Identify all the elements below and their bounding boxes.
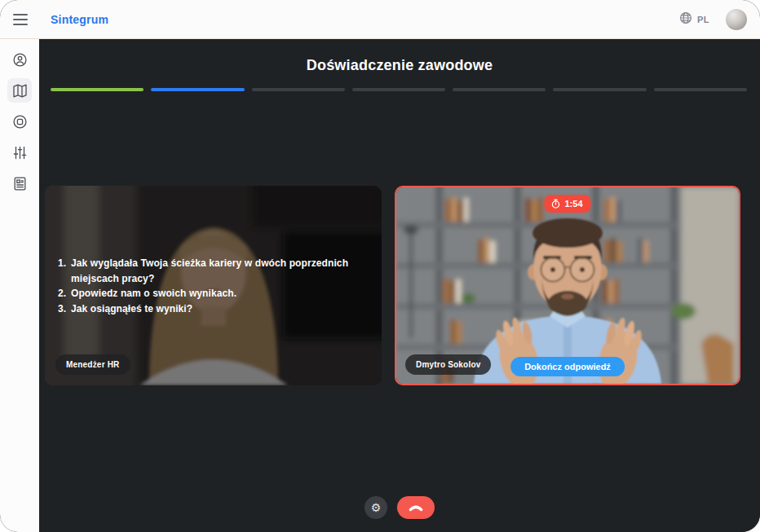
timer-value: 1:54 bbox=[564, 199, 582, 209]
sidebar-item-settings-filters[interactable] bbox=[7, 140, 32, 165]
top-bar-right: PL bbox=[679, 9, 747, 30]
document-icon bbox=[12, 176, 28, 191]
sidebar-item-profile[interactable] bbox=[7, 47, 32, 72]
phone-hangup-icon bbox=[408, 503, 424, 512]
progress-segment bbox=[352, 88, 445, 91]
question-text: Jak osiągnąłeś te wyniki? bbox=[71, 301, 192, 317]
language-label: PL bbox=[697, 15, 709, 24]
progress-segment bbox=[453, 88, 546, 91]
finish-answer-button[interactable]: Dokończ odpowiedź bbox=[510, 357, 625, 376]
main-content: Doświadczenie zawodowe bbox=[39, 39, 760, 532]
page-title: Doświadczenie zawodowe bbox=[39, 57, 760, 74]
interviewer-role-badge: Menedżer HR bbox=[55, 354, 130, 375]
globe-icon bbox=[679, 11, 692, 28]
question-number: 2. bbox=[58, 286, 71, 301]
progress-segment-completed bbox=[51, 88, 144, 91]
settings-button[interactable]: ⚙ bbox=[365, 496, 387, 519]
record-icon bbox=[12, 114, 28, 130]
top-bar: Sintegrum PL bbox=[0, 0, 760, 39]
sidebar-item-interview-map[interactable] bbox=[7, 78, 32, 103]
sliders-icon bbox=[12, 145, 28, 160]
question-text: Opowiedz nam o swoich wynikach. bbox=[71, 286, 236, 301]
video-panels: 1. Jak wyglądała Twoja ścieżka kariery w… bbox=[45, 186, 740, 385]
question-list: 1. Jak wyglądała Twoja ścieżka kariery w… bbox=[58, 256, 364, 316]
sidebar bbox=[0, 39, 39, 532]
progress-segment bbox=[553, 88, 646, 91]
progress-segment bbox=[252, 88, 345, 91]
call-controls: ⚙ bbox=[39, 496, 760, 519]
candidate-name-badge: Dmytro Sokolov bbox=[405, 354, 491, 375]
language-switcher[interactable]: PL bbox=[679, 11, 709, 28]
question-number: 1. bbox=[58, 256, 71, 286]
app-window: Sintegrum PL bbox=[0, 0, 760, 532]
user-circle-icon bbox=[12, 52, 28, 68]
question-number: 3. bbox=[58, 301, 71, 317]
step-progress-bar bbox=[51, 88, 747, 91]
question-item: 3. Jak osiągnąłeś te wyniki? bbox=[58, 301, 364, 317]
progress-segment bbox=[654, 88, 747, 91]
hamburger-icon[interactable] bbox=[13, 14, 28, 25]
stopwatch-icon bbox=[550, 199, 560, 209]
interviewer-video-panel: 1. Jak wyglądała Twoja ścieżka kariery w… bbox=[45, 186, 382, 385]
map-icon bbox=[12, 83, 28, 99]
end-call-button[interactable] bbox=[397, 496, 435, 519]
user-avatar[interactable] bbox=[726, 9, 747, 30]
question-item: 2. Opowiedz nam o swoich wynikach. bbox=[58, 286, 364, 301]
question-text: Jak wyglądała Twoja ścieżka kariery w dw… bbox=[71, 256, 364, 286]
app-logo[interactable]: Sintegrum bbox=[51, 13, 108, 26]
sidebar-item-documents[interactable] bbox=[7, 171, 32, 196]
candidate-video-panel: 1:54 Dmytro Sokolov Dokończ odpowiedź bbox=[395, 186, 740, 385]
sidebar-item-recordings[interactable] bbox=[7, 109, 32, 134]
question-item: 1. Jak wyglądała Twoja ścieżka kariery w… bbox=[58, 256, 364, 286]
progress-segment-current bbox=[151, 88, 244, 91]
gear-icon: ⚙ bbox=[371, 502, 382, 513]
answer-timer: 1:54 bbox=[544, 195, 590, 213]
